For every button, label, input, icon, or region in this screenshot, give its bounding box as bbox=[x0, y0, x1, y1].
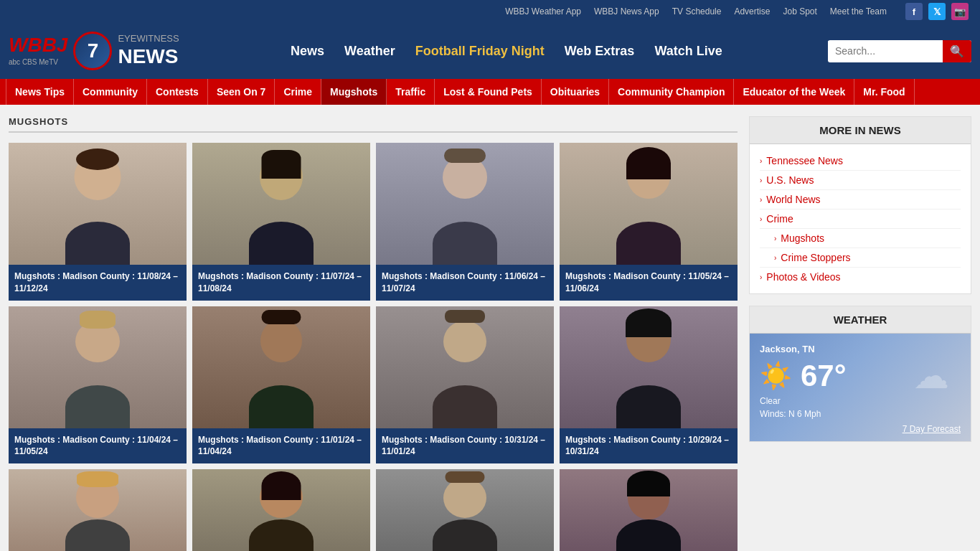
mugshot-caption-1: Mugshots : Madison County : 11/08/24 – 1… bbox=[9, 265, 187, 301]
main-nav: WBBJ abc CBS MeTV 7 EYEWITNESS NEWS News… bbox=[0, 23, 980, 79]
mugshot-caption-5: Mugshots : Madison County : 11/04/24 – 1… bbox=[9, 428, 187, 464]
mugshot-caption-6: Mugshots : Madison County : 11/01/24 – 1… bbox=[192, 428, 370, 464]
sub-seen-on-7[interactable]: Seen On 7 bbox=[208, 79, 275, 105]
mugshot-card-8[interactable]: Mugshots : Madison County : 10/29/24 – 1… bbox=[560, 306, 738, 464]
sub-lost-found[interactable]: Lost & Found Pets bbox=[435, 79, 542, 105]
link-tennessee-news[interactable]: › Tennessee News bbox=[760, 151, 961, 171]
mugshot-card-4[interactable]: Mugshots : Madison County : 11/05/24 – 1… bbox=[560, 143, 738, 301]
sidebar-news-links: › Tennessee News › U.S. News › World New… bbox=[750, 144, 971, 293]
mugshot-card-5[interactable]: Mugshots : Madison County : 11/04/24 – 1… bbox=[9, 306, 187, 464]
weather-temp: 67° bbox=[801, 359, 847, 393]
utility-bar: WBBJ Weather App WBBJ News App TV Schedu… bbox=[0, 0, 980, 23]
sub-mugshots[interactable]: Mugshots bbox=[321, 79, 387, 105]
nav-links: News Weather Football Friday Night Web E… bbox=[194, 38, 819, 65]
sub-community[interactable]: Community bbox=[74, 79, 147, 105]
weather-city: Jackson, TN bbox=[760, 344, 961, 354]
mugshot-card-2[interactable]: Mugshots : Madison County : 11/07/24 – 1… bbox=[192, 143, 370, 301]
mugshot-card-3[interactable]: Mugshots : Madison County : 11/06/24 – 1… bbox=[376, 143, 554, 301]
page-content: MUGSHOTS Mugshots : Madison County : 11/… bbox=[0, 105, 980, 551]
chevron-icon-7: › bbox=[760, 273, 762, 281]
utility-link-meet-team[interactable]: Meet the Team bbox=[830, 6, 887, 17]
sub-obituaries[interactable]: Obituaries bbox=[542, 79, 609, 105]
more-in-news-title: MORE IN NEWS bbox=[750, 117, 971, 144]
sub-mr-food[interactable]: Mr. Food bbox=[854, 79, 914, 105]
mugshot-caption-7: Mugshots : Madison County : 10/31/24 – 1… bbox=[376, 428, 554, 464]
mugshot-card-7[interactable]: Mugshots : Madison County : 10/31/24 – 1… bbox=[376, 306, 554, 464]
utility-link-tv-schedule[interactable]: TV Schedule bbox=[672, 6, 722, 17]
sub-educator[interactable]: Educator of the Week bbox=[734, 79, 854, 105]
chevron-icon-1: › bbox=[760, 157, 762, 165]
mugshot-card-9[interactable]: Mugshots : Madison Coun... bbox=[9, 469, 187, 551]
mugshot-card-12[interactable]: Mugshots : Madison Coun... bbox=[560, 469, 738, 551]
instagram-icon[interactable]: 📷 bbox=[951, 3, 969, 20]
mugshot-caption-3: Mugshots : Madison County : 11/06/24 – 1… bbox=[376, 265, 554, 301]
weather-sun-icon: ☀️ bbox=[760, 361, 792, 391]
utility-link-weather-app[interactable]: WBBJ Weather App bbox=[505, 6, 581, 17]
utility-link-news-app[interactable]: WBBJ News App bbox=[594, 6, 659, 17]
chevron-icon-2: › bbox=[760, 176, 762, 184]
nav-football-friday[interactable]: Football Friday Night bbox=[407, 38, 553, 65]
sub-news-tips[interactable]: News Tips bbox=[6, 79, 74, 105]
link-us-news[interactable]: › U.S. News bbox=[760, 171, 961, 190]
mugshots-grid: Mugshots : Madison County : 11/08/24 – 1… bbox=[9, 143, 738, 551]
logo-eyewitness: EYEWITNESS NEWS bbox=[118, 33, 179, 68]
weather-section: WEATHER Jackson, TN ☀️ 67° Clear Winds: … bbox=[749, 306, 971, 442]
search-box[interactable]: 🔍 bbox=[828, 40, 971, 62]
chevron-icon-6: › bbox=[774, 254, 776, 262]
nav-news[interactable]: News bbox=[282, 38, 333, 65]
chevron-icon-5: › bbox=[774, 235, 776, 242]
sub-community-champion[interactable]: Community Champion bbox=[609, 79, 734, 105]
main-column: MUGSHOTS Mugshots : Madison County : 11/… bbox=[9, 116, 738, 551]
link-mugshots[interactable]: › Mugshots bbox=[760, 229, 961, 248]
sub-crime[interactable]: Crime bbox=[275, 79, 321, 105]
mugshot-card-6[interactable]: Mugshots : Madison County : 11/01/24 – 1… bbox=[192, 306, 370, 464]
weather-wind: Winds: N 6 Mph bbox=[760, 409, 961, 419]
nav-watch-live[interactable]: Watch Live bbox=[646, 38, 730, 65]
mugshot-caption-4: Mugshots : Madison County : 11/05/24 – 1… bbox=[560, 265, 738, 301]
sub-nav: News Tips Community Contests Seen On 7 C… bbox=[0, 79, 980, 105]
more-in-news-section: MORE IN NEWS › Tennessee News › U.S. New… bbox=[749, 116, 971, 294]
logo-area[interactable]: WBBJ abc CBS MeTV 7 EYEWITNESS NEWS bbox=[9, 32, 179, 70]
social-icons: f 𝕏 📷 bbox=[905, 3, 969, 20]
nav-weather[interactable]: Weather bbox=[336, 38, 404, 65]
weather-widget: Jackson, TN ☀️ 67° Clear Winds: N 6 Mph … bbox=[750, 334, 971, 441]
mugshot-caption-2: Mugshots : Madison County : 11/07/24 – 1… bbox=[192, 265, 370, 301]
sidebar: MORE IN NEWS › Tennessee News › U.S. New… bbox=[749, 116, 971, 551]
nav-web-extras[interactable]: Web Extras bbox=[556, 38, 644, 65]
cloud-decoration-icon: ☁ bbox=[913, 355, 949, 397]
mugshots-section-title: MUGSHOTS bbox=[9, 116, 738, 133]
weather-title: WEATHER bbox=[750, 306, 971, 334]
link-world-news[interactable]: › World News bbox=[760, 190, 961, 209]
utility-link-job-spot[interactable]: Job Spot bbox=[783, 6, 816, 17]
twitter-icon[interactable]: 𝕏 bbox=[928, 3, 946, 20]
weather-forecast-link[interactable]: 7 Day Forecast bbox=[903, 424, 961, 434]
logo-7-circle: 7 bbox=[73, 32, 112, 70]
utility-link-advertise[interactable]: Advertise bbox=[734, 6, 770, 17]
chevron-icon-3: › bbox=[760, 196, 762, 204]
search-button[interactable]: 🔍 bbox=[943, 40, 971, 62]
link-crime[interactable]: › Crime bbox=[760, 209, 961, 229]
mugshot-card-1[interactable]: Mugshots : Madison County : 11/08/24 – 1… bbox=[9, 143, 187, 301]
sub-contests[interactable]: Contests bbox=[147, 79, 208, 105]
search-input[interactable] bbox=[828, 41, 943, 61]
facebook-icon[interactable]: f bbox=[905, 3, 923, 20]
link-photos-videos[interactable]: › Photos & Videos bbox=[760, 268, 961, 286]
chevron-icon-4: › bbox=[760, 215, 762, 223]
logo-wbbj: WBBJ abc CBS MeTV bbox=[9, 35, 67, 67]
sub-traffic[interactable]: Traffic bbox=[387, 79, 435, 105]
link-crime-stoppers[interactable]: › Crime Stoppers bbox=[760, 248, 961, 268]
mugshot-caption-8: Mugshots : Madison County : 10/29/24 – 1… bbox=[560, 428, 738, 464]
mugshot-card-11[interactable]: Mugshots : Madison Coun... bbox=[376, 469, 554, 551]
weather-condition: Clear bbox=[760, 396, 961, 406]
mugshot-card-10[interactable]: Mugshots : Madison Coun... bbox=[192, 469, 370, 551]
